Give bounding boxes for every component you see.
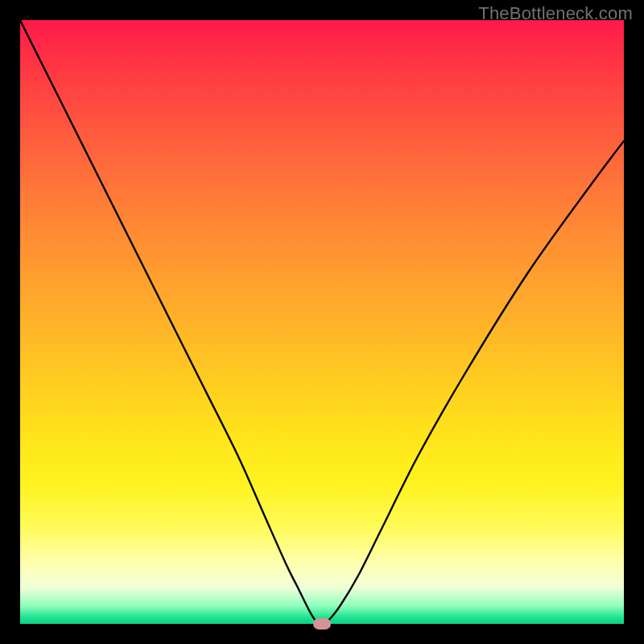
plot-area [20, 20, 624, 624]
chart-frame: TheBottleneck.com [0, 0, 644, 644]
optimum-marker [313, 618, 331, 630]
bottleneck-curve [20, 20, 624, 624]
watermark-text: TheBottleneck.com [478, 3, 633, 24]
